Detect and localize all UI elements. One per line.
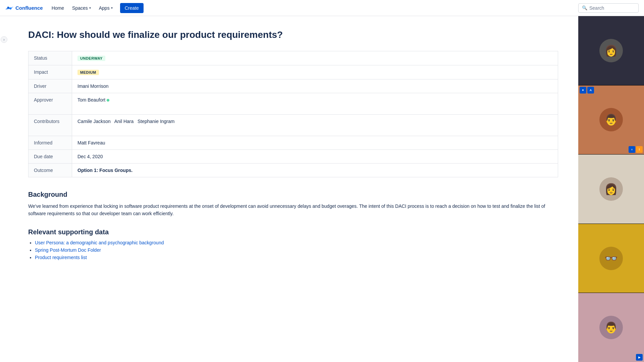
- row-label: Driver: [29, 79, 72, 93]
- row-value: Tom Beaufort: [72, 93, 558, 115]
- outcome-value: Option 1: Focus Groups.: [77, 168, 132, 173]
- home-link[interactable]: Home: [48, 3, 67, 13]
- create-button[interactable]: Create: [120, 3, 144, 13]
- status-badge: UNDERWAY: [77, 56, 105, 61]
- list-item: Product requirements list: [35, 255, 558, 260]
- table-row: Informed Matt Favreau: [29, 136, 558, 150]
- video-tile-3: 👩: [578, 155, 644, 224]
- search-box[interactable]: 🔍 Search: [578, 3, 639, 13]
- table-row: Due date Dec 4, 2020: [29, 150, 558, 164]
- row-value: MEDIUM: [72, 65, 558, 79]
- table-row: Contributors Camile Jackson Anil Hara St…: [29, 115, 558, 136]
- topnav-links: Home Spaces ▾ Apps ▾ Create: [48, 3, 144, 13]
- table-row: Driver Imani Morrison: [29, 79, 558, 93]
- list-item: Spring Post-Mortum Doc Folder: [35, 247, 558, 253]
- row-label: Outcome: [29, 164, 72, 177]
- row-value: Camile Jackson Anil Hara Stephanie Ingra…: [72, 115, 558, 136]
- row-label: Informed: [29, 136, 72, 150]
- logo-text: Confluence: [15, 5, 43, 11]
- row-value: UNDERWAY: [72, 51, 558, 65]
- row-label: Status: [29, 51, 72, 65]
- relevant-link-3[interactable]: Product requirements list: [35, 255, 87, 260]
- confluence-logo-icon: [5, 4, 13, 12]
- background-heading: Background: [28, 191, 558, 198]
- search-icon: 🔍: [582, 5, 587, 10]
- relevant-list: User Persona: a demographic and psychogr…: [28, 240, 558, 260]
- table-row: Outcome Option 1: Focus Groups.: [29, 164, 558, 177]
- content-area: DACI: How should we finalize our product…: [8, 16, 578, 362]
- sidebar-toggle-button[interactable]: ›: [1, 36, 7, 43]
- apps-link[interactable]: Apps ▾: [96, 3, 116, 13]
- table-row: Approver Tom Beaufort: [29, 93, 558, 115]
- relevant-link-2[interactable]: Spring Post-Mortum Doc Folder: [35, 247, 101, 253]
- approver-status-dot: [107, 99, 109, 102]
- row-label: Due date: [29, 150, 72, 164]
- spaces-chevron-icon: ▾: [89, 6, 91, 10]
- background-body: We've learned from experience that locki…: [28, 202, 558, 218]
- row-label: Impact: [29, 65, 72, 79]
- row-value: Matt Favreau: [72, 136, 558, 150]
- relevant-heading: Relevant supporting data: [28, 228, 558, 236]
- logo[interactable]: Confluence: [5, 4, 43, 12]
- table-row: Impact MEDIUM: [29, 65, 558, 79]
- video-panel: 👩 👨 ♥ A ≡ ! 👩 👓: [578, 16, 644, 362]
- search-placeholder: Search: [589, 5, 604, 11]
- video-tile-1: 👩: [578, 16, 644, 85]
- video-tile-2: 👨 ♥ A ≡ !: [578, 85, 644, 155]
- video-tile-5: 👨 ▶: [578, 293, 644, 362]
- page-title: DACI: How should we finalize our product…: [28, 29, 558, 40]
- row-label: Contributors: [29, 115, 72, 136]
- apps-chevron-icon: ▾: [111, 6, 113, 10]
- list-item: User Persona: a demographic and psychogr…: [35, 240, 558, 245]
- table-row: Status UNDERWAY: [29, 51, 558, 65]
- relevant-link-1[interactable]: User Persona: a demographic and psychogr…: [35, 240, 164, 245]
- spaces-link[interactable]: Spaces ▾: [69, 3, 94, 13]
- row-value: Imani Morrison: [72, 79, 558, 93]
- row-label: Approver: [29, 93, 72, 115]
- topnav: Confluence Home Spaces ▾ Apps ▾ Create 🔍…: [0, 0, 644, 16]
- row-value: Option 1: Focus Groups.: [72, 164, 558, 177]
- video-tile-4: 👓: [578, 224, 644, 293]
- impact-badge: MEDIUM: [77, 70, 99, 75]
- row-value: Dec 4, 2020: [72, 150, 558, 164]
- sidebar-toggle-area: ›: [0, 16, 8, 362]
- daci-table: Status UNDERWAY Impact MEDIUM Driver Ima…: [28, 51, 558, 177]
